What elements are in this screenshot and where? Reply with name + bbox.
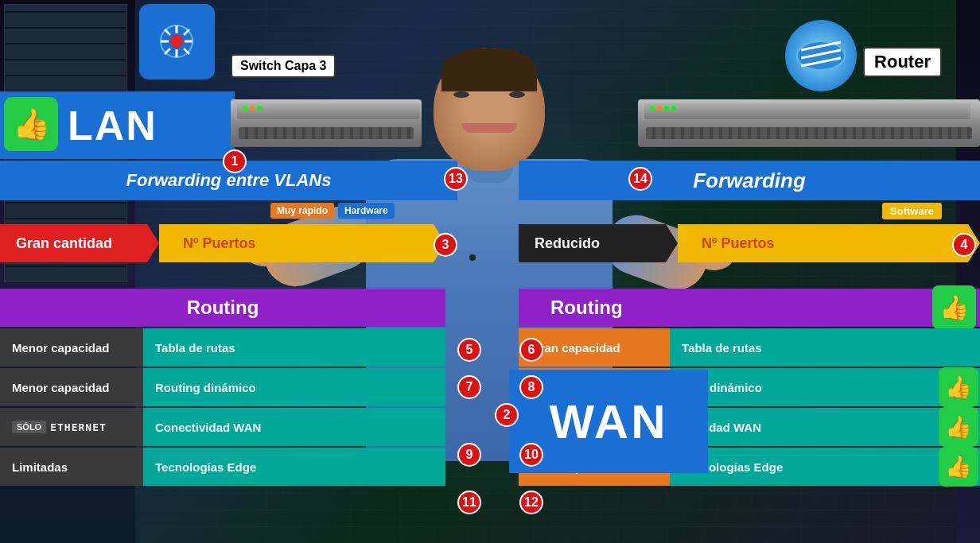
- router-label: Router: [863, 47, 942, 77]
- routing-right-text: Routing: [550, 297, 623, 319]
- speed-tags: Muy rápido Hardware: [270, 203, 395, 219]
- cell-conectividad-wan-right: ...tividad WAN 👍: [670, 408, 980, 446]
- table-row-right-1: Gran capacidad Tabla de rutas: [519, 328, 980, 367]
- switch-capa3-icon: [139, 4, 219, 83]
- cell-routing-dinamico-left: Routing dinámico: [143, 368, 445, 406]
- lan-label: LAN: [68, 102, 158, 149]
- badge-12: 12: [519, 491, 543, 514]
- svg-point-1: [170, 35, 183, 48]
- cell-menor-capacidad-2: Menor capacidad: [0, 368, 143, 406]
- table-row-left-3: SÓLO ETHERNET Conectividad WAN: [0, 408, 445, 446]
- badge-1: 1: [223, 149, 247, 173]
- thumbsup-row2-right: 👍: [939, 367, 978, 407]
- routing-left-text: Routing: [187, 297, 259, 319]
- cell-solo-ethernet: SÓLO ETHERNET: [0, 408, 143, 446]
- switch-hardware: [231, 99, 422, 147]
- cell-tabla-rutas-left: Tabla de rutas: [143, 328, 445, 367]
- forwarding-right-text: Forwarding: [693, 169, 806, 193]
- puertos-left: Nº Puertos: [159, 224, 445, 262]
- badge-8: 8: [519, 375, 543, 399]
- routing-left-bar: Routing: [0, 289, 445, 327]
- puertos-right-row: Reducido Nº Puertos: [519, 224, 980, 262]
- software-tag: Software: [882, 203, 942, 219]
- badge-2: 2: [495, 403, 519, 427]
- wan-text: WAN: [550, 394, 668, 449]
- cell-menor-capacidad-1: Menor capacidad: [0, 328, 143, 367]
- router-icon: [785, 20, 857, 91]
- badge-10: 10: [519, 443, 543, 467]
- table-row-left-1: Menor capacidad Tabla de rutas: [0, 328, 445, 367]
- cell-limitadas: Limitadas: [0, 448, 143, 486]
- thumbsup-row3-right: 👍: [939, 407, 978, 447]
- reducido-right: Reducido: [519, 224, 678, 262]
- badge-6: 6: [519, 338, 543, 362]
- badge-11: 11: [457, 491, 481, 514]
- routing-right-bar: Routing 👍: [519, 289, 980, 327]
- gran-cantidad-left: Gran cantidad: [0, 224, 159, 262]
- cell-tabla-rutas-right: Tabla de rutas: [670, 328, 980, 367]
- muy-rapido-tag: Muy rápido: [270, 203, 334, 219]
- badge-5: 5: [457, 338, 481, 362]
- hardware-tag: Hardware: [338, 203, 395, 219]
- badge-9: 9: [457, 443, 481, 467]
- switch-capa3-label: Switch Capa 3: [231, 54, 336, 78]
- thumbsup-icon-left: 👍: [4, 97, 58, 151]
- puertos-left-row: Gran cantidad Nº Puertos: [0, 224, 445, 262]
- forwarding-left-text: Forwarding entre VLANs: [126, 170, 332, 191]
- presenter-head: [434, 48, 545, 171]
- badge-14: 14: [628, 167, 652, 191]
- thumbsup-row4-right: 👍: [939, 447, 978, 487]
- badge-4: 4: [952, 233, 976, 257]
- cell-tecnologias-edge-right: Tecnologías Edge 👍: [670, 448, 980, 486]
- table-row-left-4: Limitadas Tecnologías Edge: [0, 448, 445, 486]
- cell-tecnologias-edge-left: Tecnologías Edge: [143, 448, 445, 486]
- cell-conectividad-wan-left: Conectividad WAN: [143, 408, 445, 446]
- cell-routing-dinamico-right: ...ng dinámico 👍: [670, 368, 980, 406]
- router-hardware: [638, 99, 980, 147]
- thumbsup-routing-right: 👍: [932, 285, 976, 329]
- forwarding-right-bar: Forwarding: [519, 161, 980, 200]
- badge-13: 13: [444, 167, 468, 191]
- table-row-left-2: Menor capacidad Routing dinámico: [0, 368, 445, 406]
- badge-3: 3: [434, 233, 457, 257]
- badge-7: 7: [457, 375, 481, 399]
- puertos-right: Nº Puertos: [678, 224, 980, 262]
